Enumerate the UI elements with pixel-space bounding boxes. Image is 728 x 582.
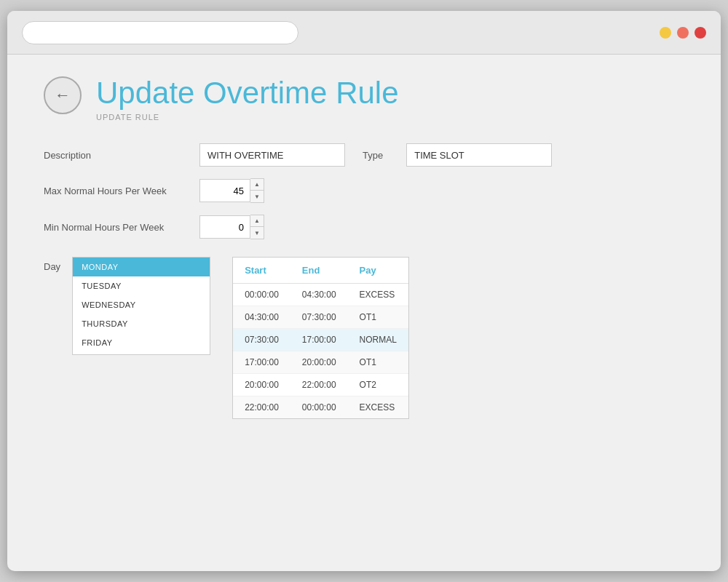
- description-label: Description: [44, 150, 182, 161]
- max-hours-label: Max Normal Hours Per Week: [44, 186, 182, 196]
- back-button[interactable]: ←: [44, 76, 82, 114]
- table-row[interactable]: 22:00:0000:00:00EXCESS: [233, 396, 408, 419]
- min-hours-decrement[interactable]: ▼: [250, 227, 264, 239]
- type-input[interactable]: [406, 143, 552, 167]
- table-row[interactable]: 07:30:0017:00:00NORMAL: [233, 329, 408, 351]
- day-list: MONDAYTUESDAYWEDNESDAYTHURSDAYFRIDAYSATU…: [73, 258, 210, 354]
- max-hours-decrement[interactable]: ▼: [250, 191, 264, 202]
- max-hours-spinner-btns: ▲ ▼: [250, 178, 264, 203]
- table-cell-pay: OT1: [348, 306, 408, 329]
- table-cell-pay: NORMAL: [348, 329, 408, 351]
- min-hours-input[interactable]: 0: [199, 215, 250, 239]
- min-hours-increment[interactable]: ▲: [250, 215, 264, 227]
- day-list-item[interactable]: MONDAY: [73, 258, 210, 276]
- window-controls: [660, 27, 706, 39]
- min-hours-spinner-btns: ▲ ▼: [250, 215, 264, 239]
- max-hours-spinner: 45 ▲ ▼: [199, 178, 264, 203]
- table-row[interactable]: 04:30:0007:30:00OT1: [233, 306, 408, 329]
- table-cell-pay: EXCESS: [348, 396, 408, 419]
- table-cell-end: 17:00:00: [290, 329, 348, 351]
- table-row[interactable]: 20:00:0022:00:00OT2: [233, 374, 408, 396]
- day-section: Day MONDAYTUESDAYWEDNESDAYTHURSDAYFRIDAY…: [44, 257, 210, 355]
- maximize-button[interactable]: [677, 27, 689, 39]
- day-list-item[interactable]: THURSDAY: [73, 314, 210, 333]
- title-bar-search[interactable]: [22, 21, 298, 44]
- title-section: Update Overtime Rule UPDATE RULE: [96, 76, 399, 121]
- day-list-item[interactable]: SATURDAY: [73, 352, 210, 354]
- description-row: Description Type: [44, 143, 684, 167]
- page-subtitle: UPDATE RULE: [96, 113, 399, 121]
- table-cell-start: 04:30:00: [233, 306, 290, 329]
- back-arrow-icon: ←: [55, 87, 71, 103]
- day-list-item[interactable]: TUESDAY: [73, 276, 210, 295]
- table-cell-end: 00:00:00: [290, 396, 348, 419]
- table-cell-end: 20:00:00: [290, 351, 348, 374]
- bottom-row: Day MONDAYTUESDAYWEDNESDAYTHURSDAYFRIDAY…: [44, 257, 684, 419]
- day-list-item[interactable]: FRIDAY: [73, 333, 210, 352]
- close-button[interactable]: [695, 27, 706, 39]
- description-input[interactable]: [199, 143, 345, 167]
- day-label: Day: [44, 261, 60, 272]
- table-row[interactable]: 17:00:0020:00:00OT1: [233, 351, 408, 374]
- table-row[interactable]: 00:00:0004:30:00EXCESS: [233, 284, 408, 306]
- max-hours-increment[interactable]: ▲: [250, 179, 264, 191]
- table-cell-pay: OT2: [348, 374, 408, 396]
- table-cell-start: 07:30:00: [233, 329, 290, 351]
- page-content: ← Update Overtime Rule UPDATE RULE Descr…: [7, 55, 721, 441]
- title-bar: [7, 11, 721, 55]
- time-table: Start End Pay 00:00:0004:30:00EXCESS04:3…: [232, 257, 409, 419]
- table-cell-start: 20:00:00: [233, 374, 290, 396]
- table-cell-end: 04:30:00: [290, 284, 348, 306]
- col-pay: Pay: [348, 258, 408, 284]
- table-cell-end: 22:00:00: [290, 374, 348, 396]
- day-list-item[interactable]: WEDNESDAY: [73, 295, 210, 314]
- table-cell-start: 00:00:00: [233, 284, 290, 306]
- main-window: ← Update Overtime Rule UPDATE RULE Descr…: [7, 11, 721, 571]
- table-cell-start: 17:00:00: [233, 351, 290, 374]
- min-hours-spinner: 0 ▲ ▼: [199, 215, 264, 239]
- header-row: ← Update Overtime Rule UPDATE RULE: [44, 76, 684, 121]
- page-title: Update Overtime Rule: [96, 76, 399, 110]
- form-area: Description Type Max Normal Hours Per We…: [44, 143, 684, 419]
- table-cell-pay: OT1: [348, 351, 408, 374]
- col-start: Start: [233, 258, 290, 284]
- col-end: End: [290, 258, 348, 284]
- minimize-button[interactable]: [660, 27, 671, 39]
- max-hours-input[interactable]: 45: [199, 179, 250, 202]
- day-listbox[interactable]: MONDAYTUESDAYWEDNESDAYTHURSDAYFRIDAYSATU…: [72, 257, 210, 355]
- min-hours-row: Min Normal Hours Per Week 0 ▲ ▼: [44, 215, 684, 239]
- table-cell-pay: EXCESS: [348, 284, 408, 306]
- type-label: Type: [363, 150, 383, 161]
- min-hours-label: Min Normal Hours Per Week: [44, 222, 182, 233]
- table-cell-end: 07:30:00: [290, 306, 348, 329]
- max-hours-row: Max Normal Hours Per Week 45 ▲ ▼: [44, 178, 684, 203]
- table-cell-start: 22:00:00: [233, 396, 290, 419]
